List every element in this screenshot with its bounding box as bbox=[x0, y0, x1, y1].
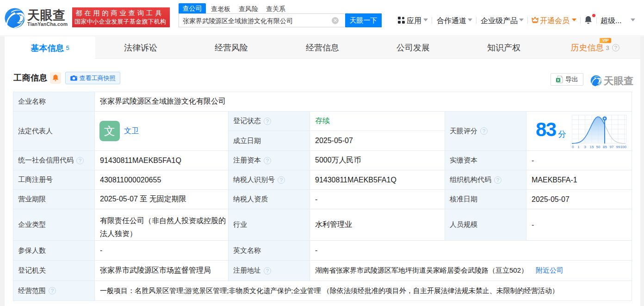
svg-text:3: 3 bbox=[584, 145, 586, 149]
svg-text:99: 99 bbox=[616, 145, 620, 149]
svg-text:1: 1 bbox=[577, 145, 580, 149]
svg-text:50: 50 bbox=[596, 145, 601, 149]
svg-text:15: 15 bbox=[590, 145, 594, 149]
svg-text:100: 100 bbox=[620, 145, 627, 149]
svg-text:0: 0 bbox=[572, 145, 574, 149]
svg-text:97: 97 bbox=[610, 145, 614, 149]
svg-text:85: 85 bbox=[603, 145, 607, 149]
